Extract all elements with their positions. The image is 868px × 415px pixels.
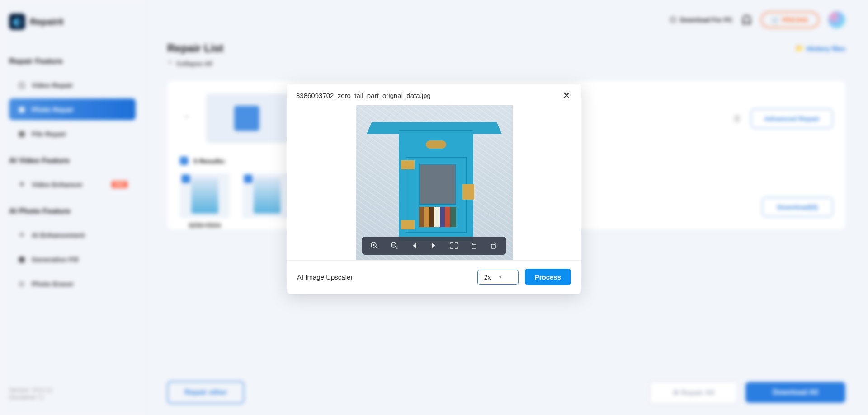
rotate-right-icon [490,242,497,249]
skip-previous-icon [410,242,418,249]
svg-rect-8 [491,244,495,248]
previous-button[interactable] [410,241,419,250]
scale-dropdown[interactable]: 2x ▾ [477,270,519,285]
fullscreen-icon [450,242,458,249]
svg-line-5 [396,247,398,249]
rotate-left-icon [470,242,477,249]
skip-next-icon [430,242,438,249]
modal-header: 3386093702_zero_tail_part_orignal_data.j… [287,84,581,105]
chevron-down-icon: ▾ [499,274,502,280]
svg-line-1 [376,247,378,249]
zoom-out-icon [390,242,398,250]
modal-backdrop: 3386093702_zero_tail_part_orignal_data.j… [0,0,868,415]
modal-image-area [287,105,581,260]
fullscreen-button[interactable] [449,241,458,250]
next-button[interactable] [429,241,439,250]
close-button[interactable] [561,90,572,101]
zoom-out-button[interactable] [390,241,399,250]
zoom-in-icon [370,242,378,250]
upscaler-label: AI Image Upscaler [297,273,353,281]
image-preview-modal: 3386093702_zero_tail_part_orignal_data.j… [287,84,581,294]
modal-filename: 3386093702_zero_tail_part_orignal_data.j… [296,92,431,99]
modal-footer: AI Image Upscaler 2x ▾ Process [287,260,581,294]
rotate-left-button[interactable] [469,241,478,250]
image-toolbar [362,237,506,255]
svg-rect-7 [472,244,476,248]
scale-value: 2x [484,274,491,281]
rotate-right-button[interactable] [489,241,498,250]
zoom-in-button[interactable] [370,241,379,250]
preview-image [356,105,513,260]
close-icon [563,92,570,99]
process-button[interactable]: Process [525,269,571,285]
